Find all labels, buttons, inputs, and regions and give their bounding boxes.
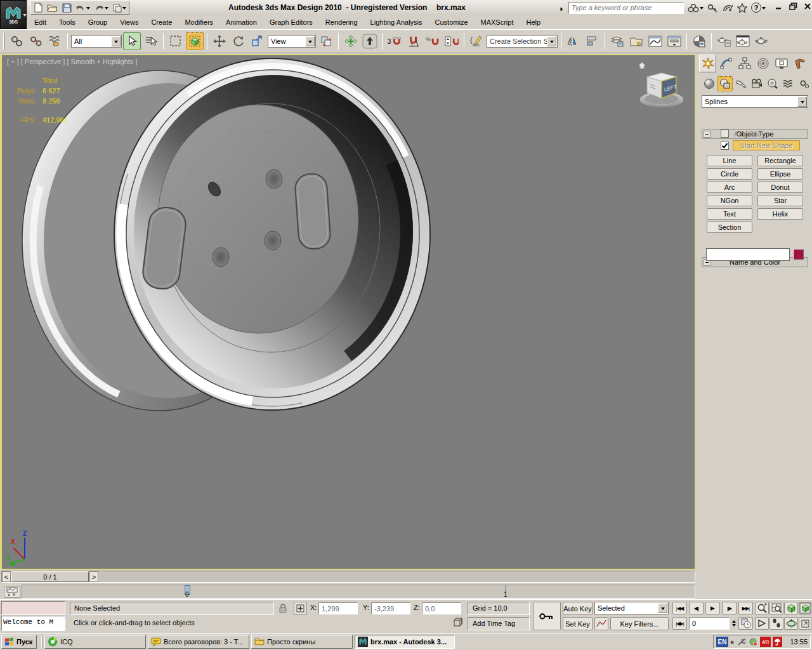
time-slider-prev-button[interactable]: < — [2, 571, 11, 582]
category-cameras-icon[interactable] — [749, 75, 764, 93]
schematic-view-icon[interactable] — [665, 32, 683, 50]
save-icon[interactable] — [62, 3, 72, 13]
selection-filter-dropdown[interactable]: All — [71, 35, 122, 48]
help-icon[interactable]: ? — [751, 3, 761, 13]
zoom-extents-button[interactable] — [784, 602, 798, 614]
set-keys-button[interactable] — [533, 602, 561, 630]
tray-status-icon[interactable] — [748, 637, 758, 647]
spinner-snap-toggle-icon[interactable] — [443, 32, 461, 50]
undo-icon[interactable] — [75, 3, 86, 12]
curve-editor-icon[interactable] — [646, 32, 664, 50]
x-coord-field[interactable] — [318, 602, 358, 614]
maxscript-mini-listener-pink[interactable] — [1, 601, 65, 615]
tray-collapse-button[interactable]: « — [730, 638, 734, 646]
manage-layers-icon[interactable] — [608, 32, 626, 50]
spline-type-dropdown[interactable]: Splines — [702, 95, 808, 108]
bind-to-space-warp-icon[interactable] — [46, 32, 64, 50]
selection-lock-toggle[interactable] — [278, 602, 288, 614]
start-new-shape-checkbox[interactable] — [721, 142, 729, 150]
help-dropdown-icon[interactable] — [762, 7, 766, 11]
rectangle-button[interactable]: Rectangle — [757, 155, 803, 166]
unlink-selection-icon[interactable] — [27, 32, 45, 50]
category-lights-icon[interactable] — [733, 75, 749, 93]
menu-animation[interactable]: Animation — [219, 17, 263, 28]
snaps-toggle-3d-icon[interactable]: 3 — [386, 32, 403, 50]
favorites-star-icon[interactable] — [737, 3, 747, 13]
task-3dsmax-active[interactable]: brx.max - Autodesk 3... — [355, 635, 455, 649]
toolbar-grip[interactable] — [3, 33, 5, 50]
viewcube[interactable]: LEFT — [629, 56, 695, 117]
graphite-ribbon-toggle-icon[interactable] — [627, 32, 645, 50]
minimize-button[interactable] — [775, 3, 783, 10]
material-editor-icon[interactable] — [690, 32, 708, 50]
ngon-button[interactable]: NGon — [707, 195, 752, 206]
reference-coordinate-dropdown[interactable]: View — [268, 35, 316, 48]
menu-views[interactable]: Views — [114, 17, 145, 28]
tab-motion[interactable] — [754, 55, 771, 72]
infocenter-expand-icon[interactable] — [561, 7, 565, 11]
menu-graph-editors[interactable]: Graph Editors — [263, 17, 319, 28]
category-shapes-icon[interactable] — [717, 76, 733, 91]
close-button[interactable] — [804, 3, 811, 10]
category-space-warps-icon[interactable] — [781, 75, 796, 93]
ellipse-button[interactable]: Ellipse — [757, 168, 803, 180]
subscription-key-icon[interactable] — [707, 3, 718, 13]
rendered-frame-window-icon[interactable] — [734, 32, 752, 50]
edit-named-selection-sets-icon[interactable]: {ABC — [468, 32, 485, 50]
tray-ati-icon[interactable]: ATI — [760, 637, 771, 647]
angle-snap-toggle-icon[interactable] — [405, 32, 422, 50]
select-object-button[interactable] — [123, 32, 141, 50]
default-tangent-button[interactable] — [594, 617, 608, 630]
menu-create[interactable]: Create — [145, 17, 178, 28]
collapse-minus-icon[interactable] — [704, 131, 710, 138]
tray-tool-icon[interactable] — [736, 637, 746, 647]
align-icon[interactable] — [584, 32, 601, 50]
zoom-button[interactable] — [755, 602, 769, 614]
time-slider-track[interactable] — [1, 571, 695, 583]
category-geometry-icon[interactable] — [702, 75, 717, 93]
search-input[interactable] — [568, 2, 684, 14]
tab-display[interactable] — [773, 55, 790, 72]
menu-rendering[interactable]: Rendering — [319, 17, 364, 28]
project-dropdown-icon[interactable] — [122, 7, 126, 11]
circle-button[interactable]: Circle — [707, 168, 752, 180]
arc-button[interactable]: Arc — [707, 182, 752, 193]
open-file-icon[interactable] — [47, 3, 58, 13]
task-icq[interactable]: ICQ — [44, 635, 146, 649]
maxscript-mini-listener-white[interactable]: Welcome to M — [1, 616, 65, 631]
menu-edit[interactable]: Edit — [28, 17, 53, 28]
search-options-dropdown-icon[interactable] — [700, 7, 704, 11]
menu-tools[interactable]: Tools — [53, 17, 82, 28]
select-and-move-icon[interactable] — [211, 32, 228, 50]
open-mini-curve-editor-button[interactable] — [4, 586, 20, 598]
absolute-mode-transform-button[interactable] — [294, 602, 307, 615]
render-production-icon[interactable] — [753, 32, 771, 50]
add-time-tag-button[interactable]: Add Time Tag — [468, 617, 530, 630]
play-button[interactable]: ▶ — [705, 602, 720, 614]
time-slider-next-button[interactable]: > — [89, 571, 98, 582]
language-indicator[interactable]: EN — [716, 637, 728, 647]
zoom-extents-all-button[interactable] — [799, 602, 811, 614]
mirror-icon[interactable] — [565, 32, 582, 50]
keyboard-shortcut-override-icon[interactable] — [361, 32, 379, 50]
key-filters-button[interactable]: Key Filters... — [610, 617, 669, 630]
object-color-swatch[interactable] — [793, 249, 804, 260]
window-crossing-toggle[interactable] — [186, 32, 204, 50]
walk-through-button[interactable] — [769, 617, 783, 630]
tray-avira-icon[interactable] — [773, 637, 782, 647]
new-file-icon[interactable] — [34, 3, 43, 13]
render-setup-icon[interactable] — [715, 32, 733, 50]
orbit-button[interactable] — [784, 617, 798, 630]
helix-button[interactable]: Helix — [757, 208, 803, 220]
menu-customize[interactable]: Customize — [429, 17, 475, 28]
go-to-end-button[interactable]: ▶▶| — [738, 602, 753, 614]
track-bar[interactable] — [22, 585, 695, 599]
z-coord-field[interactable] — [422, 602, 461, 614]
search-binoculars-icon[interactable] — [688, 3, 699, 13]
maximize-viewport-toggle[interactable] — [799, 617, 811, 630]
object-name-field[interactable] — [706, 248, 790, 261]
select-and-rotate-icon[interactable] — [230, 32, 247, 50]
set-key-button[interactable]: Set Key — [563, 617, 593, 630]
time-configuration-button[interactable] — [738, 617, 753, 630]
key-mode-toggle[interactable]: |◀▶| — [672, 617, 687, 630]
